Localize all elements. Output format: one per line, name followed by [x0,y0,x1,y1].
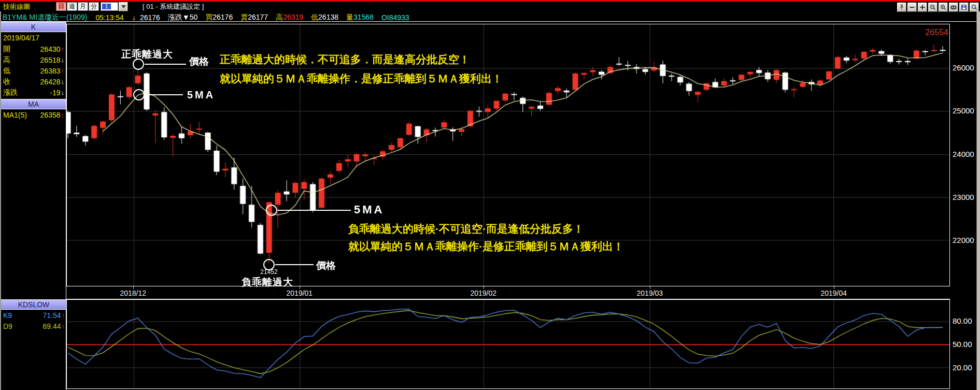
up-arrow-icon: ↑ [61,67,65,75]
k-row-change: 漲跌 -19↓ [1,87,66,98]
magnifier-icon [971,4,977,10]
high-value: 26319 [283,13,303,21]
tick-direction-arrow: ↓ [132,13,136,22]
y-axis-tick-label: 25000 [953,106,974,115]
y-axis-tick-label: 26000 [953,63,974,72]
right-scrollbar[interactable] [976,11,980,390]
period-day-button[interactable]: 日 [56,2,66,11]
pin-button[interactable] [897,3,906,12]
kd-panel-header[interactable]: KDSLOW [1,299,66,310]
preset-label: [ 01 - 系統建議設定 ] [143,2,204,11]
magnifier-plus-icon [940,4,946,10]
down-arrow-icon: ↓ [61,56,65,64]
k-row-open: 開 26430↑ [1,44,66,54]
session-high-label: 26554 [917,28,948,37]
interval-selected-value: 1 [102,4,111,9]
ask-value: 26177 [248,13,268,21]
chevron-down-icon [121,5,126,8]
window-button-group [897,3,979,12]
x-axis-month-label: 2019/01 [276,289,323,297]
indicator-sidebar: K 2019/04/17 開 26430↑ 高 26518↓ 低 26383↑ … [1,22,66,390]
down-arrow-icon: ↓ [61,78,65,85]
kd-row-k9: K9 71.54↑ [1,310,66,321]
change-value: ▼50 [182,13,197,21]
date-axis: 2018/122019/012019/022019/032019/04 [66,286,950,299]
up-arrow-icon: ↑ [61,45,65,53]
kd-indicator-canvas[interactable] [66,299,950,389]
open-interest-field: OI84933 [381,13,409,22]
pushpin-icon [899,4,905,10]
low-value: 26383 [40,67,61,75]
kd-row-d9: D9 69.44↑ [1,321,66,331]
period-minute-button[interactable]: 分 [89,2,99,11]
high-value: 26518 [40,56,61,64]
kd-panel: KDSLOW K9 71.54↑ D9 69.44↑ [1,299,66,331]
increase-bars-button[interactable] [918,3,927,12]
open-interest-value: 84933 [389,13,409,22]
zoom-in-button[interactable] [939,3,948,12]
divider [0,21,980,22]
k-row-low: 低 26383↑ [1,65,66,76]
up-arrow-icon: ↑ [62,322,65,330]
symbol-name: B1YM& MI道瓊近一(1909) [3,13,87,22]
open-value: 26430 [40,45,61,53]
down-arrow-icon: ↓ [61,89,65,96]
search-button[interactable] [970,3,979,12]
k9-value: 71.54 [42,311,61,320]
magnifier-minus-icon [930,4,936,10]
volume-value: 31568 [353,13,374,21]
change-field: 漲跌▼50 [168,13,197,22]
candlestick-chart-canvas[interactable] [66,24,950,286]
decrease-bars-button[interactable] [907,3,917,12]
period-week-button[interactable]: 週 [67,2,77,11]
bid-field: 買26176 [205,13,233,22]
floppy-disk-icon [961,4,967,10]
period-button-group: 日 週 月 分 [56,2,99,11]
snapshot-button[interactable] [949,3,958,12]
y-axis-tick-label: 50.00 [953,340,972,349]
y-axis-tick-label: 24000 [953,150,974,158]
x-axis-month-label: 2018/12 [110,289,157,297]
k-date: 2019/04/17 [1,32,66,44]
high-field: 高26319 [276,13,303,22]
close-value: 26428 [40,78,61,86]
k-panel-header[interactable]: K [1,22,66,32]
last-price: 26176 [140,13,160,22]
app-window: { "toolbar": { "app_title": "技術線圖", "per… [0,0,980,390]
bid-value: 26176 [212,13,233,21]
app-title: 技術線圖 [3,2,53,11]
plus-icon [919,4,926,10]
ma-row: MA1(5) 26358↑ [1,109,66,121]
ask-field: 賣26177 [240,13,268,22]
interval-dropdown[interactable]: 1 [101,2,118,11]
zoom-out-button[interactable] [928,3,938,12]
title-toolbar: 技術線圖 日 週 月 分 1 [ 01 - 系統建議設定 ] [0,0,980,11]
volume-field: 量31568 [346,13,374,22]
ma-panel-header[interactable]: MA [1,99,66,109]
low-value: 26138 [318,13,338,21]
up-arrow-icon: ↑ [61,111,65,119]
y-axis-tick-label: 80.00 [953,316,972,325]
quote-time: 05:13:54 [95,13,124,22]
k-row-high: 高 26518↓ [1,54,66,65]
k-row-close: 收 26428↓ [1,76,66,87]
low-field: 低26138 [311,13,338,22]
y-axis-tick-label: 20.00 [953,363,972,372]
y-axis-tick-label: 22000 [953,236,974,244]
capture-icon [950,4,957,10]
ma-value: 26358 [40,111,61,119]
x-axis-month-label: 2019/02 [460,289,507,297]
d9-value: 69.44 [42,322,61,330]
up-arrow-icon: ↑ [62,311,65,319]
quote-bar: B1YM& MI道瓊近一(1909) 05:13:54 ↓ 26176 漲跌▼5… [0,13,980,22]
period-month-button[interactable]: 月 [78,2,88,11]
x-axis-month-label: 2019/03 [627,289,673,297]
change-value: -19 [50,89,60,97]
x-axis-month-label: 2019/04 [811,289,857,297]
save-button[interactable] [959,3,969,12]
interval-dropdown-arrow[interactable] [119,2,128,11]
y-axis-tick-label: 23000 [953,193,974,201]
minus-icon [909,4,915,10]
